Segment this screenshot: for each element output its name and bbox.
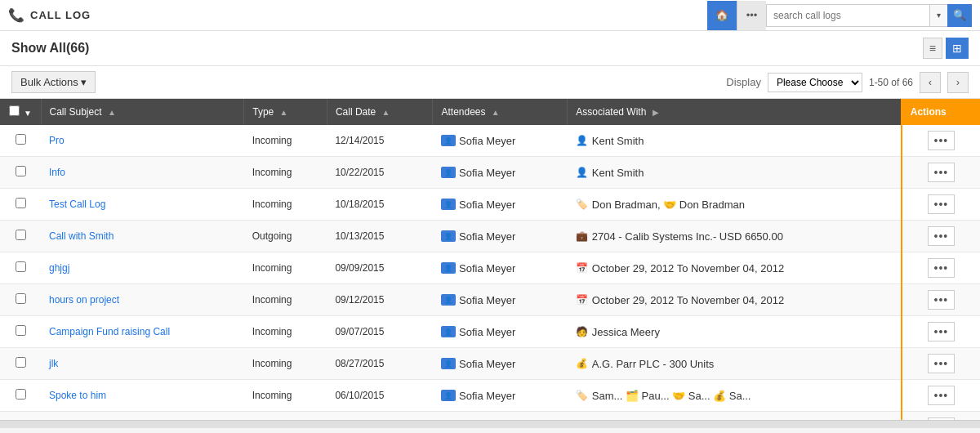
app-title: CALL LOG xyxy=(30,9,91,21)
row-action-button[interactable]: ••• xyxy=(928,258,956,278)
row-type: Incoming xyxy=(244,284,327,316)
row-checkbox[interactable] xyxy=(16,261,26,272)
row-checkbox-cell xyxy=(0,157,41,189)
next-page-button[interactable]: › xyxy=(947,72,969,93)
search-dropdown-button[interactable]: ▾ xyxy=(929,4,947,27)
row-associated: 🧑 Jessica Meery xyxy=(568,316,902,348)
grid-view-button[interactable]: ⊞ xyxy=(946,38,969,59)
attendee-name: Sofia Meyer xyxy=(459,262,515,275)
pagination-info: 1-50 of 66 xyxy=(869,77,913,88)
attendee-icon: 👤 xyxy=(441,390,456,401)
assoc-icon: 🏷️ xyxy=(576,390,589,401)
row-subject[interactable]: Call with ABC Corp xyxy=(41,412,244,421)
nav-dots-button[interactable]: ••• xyxy=(737,1,766,30)
search-icon: 🔍 xyxy=(953,9,966,21)
prev-page-button[interactable]: ‹ xyxy=(920,72,941,93)
assoc-name: Kent Smith xyxy=(592,135,644,147)
row-actions-cell: ••• xyxy=(902,157,980,189)
row-subject[interactable]: Info xyxy=(41,157,244,189)
home-button[interactable]: 🏠 xyxy=(707,1,737,30)
row-action-button[interactable]: ••• xyxy=(928,386,956,405)
row-action-button[interactable]: ••• xyxy=(928,290,956,310)
row-associated: 📅 October 29, 2012 To November 04, 2012 xyxy=(568,252,902,284)
row-action-button[interactable]: ••• xyxy=(928,131,956,150)
select-all-checkbox[interactable] xyxy=(9,105,20,116)
display-select[interactable]: Please Choose xyxy=(768,73,862,92)
row-action-button[interactable]: ••• xyxy=(928,163,956,182)
row-checkbox-cell xyxy=(0,412,41,421)
assoc-name: 2704 - Calib Systems Inc.- USD 6650.00 xyxy=(592,230,783,243)
display-label: Display xyxy=(726,76,761,88)
th-associated[interactable]: Associated With ▶ xyxy=(568,99,902,125)
assoc-name: Jessica Meery xyxy=(592,326,660,338)
scroll-bar[interactable] xyxy=(0,420,980,428)
bulk-actions-button[interactable]: Bulk Actions ▾ xyxy=(11,71,96,93)
attendee-name: Sofia Meyer xyxy=(459,390,515,402)
search-input[interactable] xyxy=(766,4,929,27)
attendee-name: Sofia Meyer xyxy=(459,230,515,243)
row-type: Incoming xyxy=(244,412,327,421)
row-type: Incoming xyxy=(244,125,327,157)
row-action-button[interactable]: ••• xyxy=(928,194,956,214)
row-attendee: 👤 Sofia Meyer xyxy=(433,284,568,316)
assoc-icon: 📅 xyxy=(576,294,589,306)
th-date[interactable]: Call Date ▲ xyxy=(327,99,433,125)
table-row: jlk Incoming 08/27/2015 👤 Sofia Meyer 💰 … xyxy=(0,348,980,380)
row-action-button[interactable]: ••• xyxy=(928,354,956,373)
row-checkbox-cell xyxy=(0,348,41,380)
row-associated: 🏷️ Don Bradman, 🤝 Don Bradman xyxy=(568,189,902,221)
row-date: 12/14/2015 xyxy=(327,125,433,157)
table-row: Call with Smith Outgoing 10/13/2015 👤 So… xyxy=(0,221,980,252)
row-associated: 👤 Kent Smith xyxy=(568,157,902,189)
home-icon: 🏠 xyxy=(715,9,728,21)
row-checkbox[interactable] xyxy=(16,293,26,304)
view-toggle: ≡ ⊞ xyxy=(923,38,969,59)
table-header-row: ▼ Call Subject ▲ Type ▲ Call Date ▲ Atte… xyxy=(0,99,980,125)
row-subject[interactable]: ghjgj xyxy=(41,252,244,284)
row-actions-cell: ••• xyxy=(902,284,980,316)
row-action-button[interactable]: ••• xyxy=(928,322,956,341)
list-view-button[interactable]: ≡ xyxy=(923,38,942,59)
table-row: hours on project Incoming 09/12/2015 👤 S… xyxy=(0,284,980,316)
row-subject[interactable]: Test Call Log xyxy=(41,189,244,221)
row-date: 10/13/2015 xyxy=(327,221,433,252)
row-checkbox[interactable] xyxy=(16,198,26,208)
row-checkbox[interactable] xyxy=(16,230,26,240)
row-type: Outgoing xyxy=(244,221,327,252)
assoc-icon: 🏷️ xyxy=(576,199,589,210)
row-type: Incoming xyxy=(244,189,327,221)
row-attendee: 👤 Sofia Meyer xyxy=(433,189,568,221)
row-action-button[interactable]: ••• xyxy=(928,226,956,246)
th-subject[interactable]: Call Subject ▲ xyxy=(41,99,244,125)
table-row: Pro Incoming 12/14/2015 👤 Sofia Meyer 👤 … xyxy=(0,125,980,157)
row-subject[interactable]: Campaign Fund raising Call xyxy=(41,316,244,348)
row-associated: 💰 A.G. Parr PLC - 300 Units xyxy=(568,348,902,380)
row-checkbox[interactable] xyxy=(16,134,26,145)
search-button[interactable]: 🔍 xyxy=(947,4,972,27)
attendee-icon: 👤 xyxy=(441,262,456,274)
row-subject[interactable]: hours on project xyxy=(41,284,244,316)
row-date: 09/12/2015 xyxy=(327,284,433,316)
row-date: 10/22/2015 xyxy=(327,157,433,189)
th-attendees[interactable]: Attendees ▲ xyxy=(433,99,568,125)
row-subject[interactable]: Spoke to him xyxy=(41,380,244,412)
row-checkbox[interactable] xyxy=(16,389,26,400)
sort-icon: ▼ xyxy=(24,109,32,118)
row-checkbox[interactable] xyxy=(16,166,26,176)
row-subject[interactable]: Pro xyxy=(41,125,244,157)
row-action-button[interactable]: ••• xyxy=(928,417,956,420)
bulk-actions-label: Bulk Actions ▾ xyxy=(20,76,87,88)
row-subject[interactable]: jlk xyxy=(41,348,244,380)
attendee-icon: 👤 xyxy=(441,358,456,369)
attendee-icon: 👤 xyxy=(441,230,456,242)
row-checkbox[interactable] xyxy=(16,357,26,368)
row-type: Incoming xyxy=(244,316,327,348)
phone-icon: 📞 xyxy=(8,7,25,23)
row-checkbox[interactable] xyxy=(16,325,26,336)
assoc-icon: 👤 xyxy=(576,167,589,178)
th-type[interactable]: Type ▲ xyxy=(244,99,327,125)
row-actions-cell: ••• xyxy=(902,348,980,380)
row-attendee: 👤 Sofia Meyer xyxy=(433,412,568,421)
row-subject[interactable]: Call with Smith xyxy=(41,221,244,252)
row-associated: 💼 2704 - Calib Systems Inc.- USD 6650.00 xyxy=(568,221,902,252)
